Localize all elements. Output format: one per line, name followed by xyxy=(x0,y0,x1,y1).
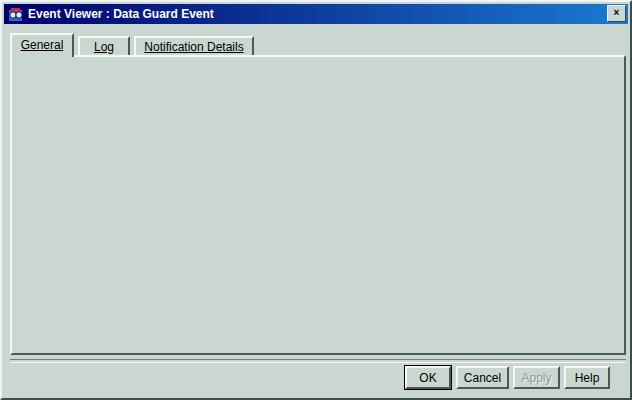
help-button[interactable]: Help xyxy=(564,366,610,389)
ok-button[interactable]: OK xyxy=(405,366,451,389)
tab-log[interactable]: Log xyxy=(78,36,130,55)
event-viewer-dialog: Event Viewer : Data Guard Event × Genera… xyxy=(0,0,632,400)
close-icon: × xyxy=(614,7,620,18)
button-separator xyxy=(10,359,626,363)
window-title: Event Viewer : Data Guard Event xyxy=(28,7,214,21)
app-icon xyxy=(8,7,23,22)
tab-notification-details[interactable]: Notification Details xyxy=(134,36,254,55)
general-tab-panel xyxy=(10,55,626,355)
title-bar[interactable]: Event Viewer : Data Guard Event xyxy=(4,4,628,24)
cancel-button[interactable]: Cancel xyxy=(456,366,509,389)
apply-button[interactable]: Apply xyxy=(513,366,560,389)
tab-general[interactable]: General xyxy=(10,33,74,57)
close-button[interactable]: × xyxy=(607,5,626,22)
